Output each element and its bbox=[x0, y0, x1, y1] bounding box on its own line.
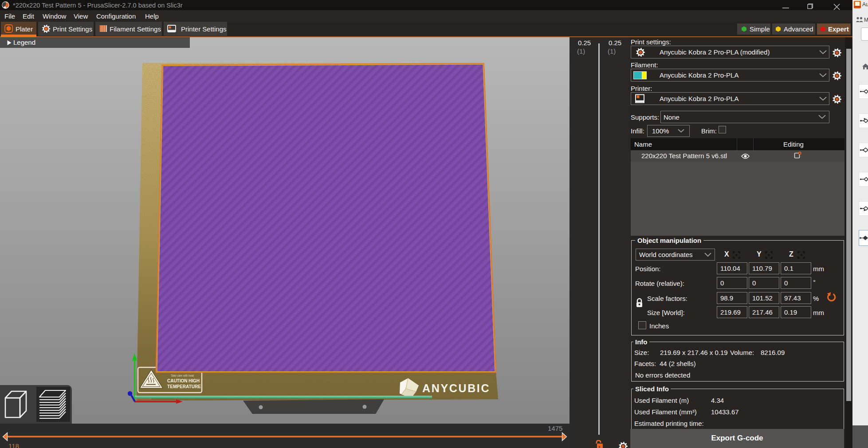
svg-text:CAUTION HIGH: CAUTION HIGH bbox=[167, 378, 200, 383]
svg-text:ANYCUBIC: ANYCUBIC bbox=[422, 382, 490, 394]
svg-text:TEMPERATURE: TEMPERATURE bbox=[167, 384, 201, 389]
svg-text:Take care with heat: Take care with heat bbox=[171, 374, 194, 377]
